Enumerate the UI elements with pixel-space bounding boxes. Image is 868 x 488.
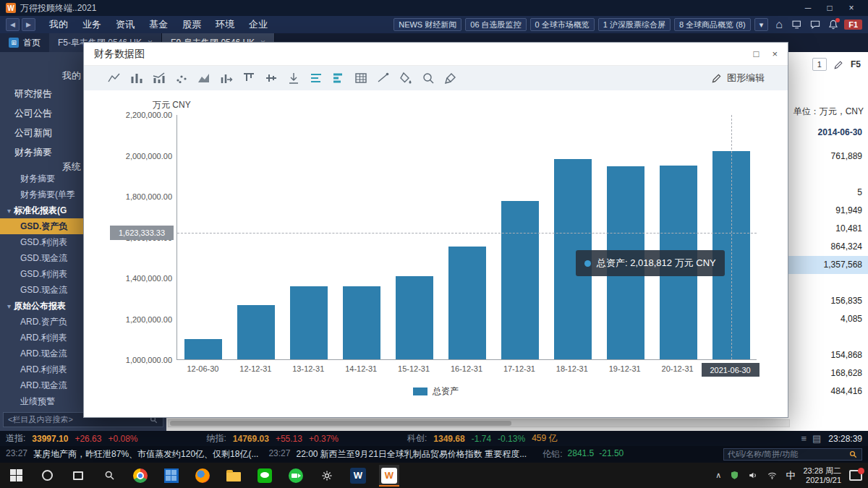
news-time: 23:27: [6, 448, 27, 461]
wind-terminal-app-icon[interactable]: W: [379, 465, 399, 487]
commodity-quote[interactable]: 伦铝: 2841.5 -21.50: [542, 448, 624, 461]
forward-icon[interactable]: ▶: [22, 18, 35, 31]
code-search-input[interactable]: 代码/名称/简拼/功能: [723, 448, 862, 461]
line-chart-icon[interactable]: [107, 71, 122, 85]
start-button[interactable]: [6, 465, 26, 487]
arrow-down-icon[interactable]: [286, 71, 301, 85]
chart-edit-button[interactable]: 图形编辑: [711, 72, 765, 85]
file-explorer-icon[interactable]: [224, 465, 244, 487]
bar-export-icon[interactable]: [219, 71, 234, 85]
bar-16-12-31[interactable]: [448, 247, 486, 359]
volume-icon[interactable]: [748, 470, 759, 481]
quick-item-4[interactable]: 8 全球商品概览 (8): [674, 18, 751, 31]
tray-expand-icon[interactable]: ∧: [715, 471, 721, 480]
f1-badge[interactable]: F1: [844, 20, 862, 30]
bar-12-12-31[interactable]: [237, 305, 275, 359]
tree-item-label: 财务摘要(单季: [20, 189, 75, 200]
scatter-chart-icon[interactable]: [174, 71, 189, 85]
video-app-icon[interactable]: [286, 465, 306, 487]
horizontal-scrollbar[interactable]: [168, 419, 790, 427]
menu-item-业务[interactable]: 业务: [75, 16, 109, 33]
edit-monitor-icon[interactable]: [790, 17, 804, 32]
back-icon[interactable]: ◀: [6, 18, 20, 31]
y-axis-label: 1,200,000.00: [90, 315, 172, 324]
quick-item-1[interactable]: 06 自选股监控: [465, 18, 526, 31]
dropdown-chevron-icon[interactable]: ▾: [754, 18, 769, 31]
chart-toolbar: 图形编辑: [84, 66, 788, 90]
dialog-titlebar: 财务数据图 □ ×: [84, 43, 788, 66]
close-icon[interactable]: ×: [841, 0, 862, 16]
action-center-icon[interactable]: [849, 470, 862, 481]
maximize-icon[interactable]: □: [819, 0, 841, 16]
dialog-maximize-icon[interactable]: □: [754, 48, 760, 59]
index-quote-科创[interactable]: 科创:1349.68-1.74-0.13%459 亿: [407, 432, 557, 445]
menu-item-股票[interactable]: 股票: [175, 16, 208, 33]
quote-name: 伦铝:: [542, 448, 562, 461]
taskbar-clock[interactable]: 23:28 周二 2021/9/21: [803, 466, 841, 485]
taskbar-search-icon[interactable]: [99, 465, 119, 487]
ime-indicator[interactable]: 中: [786, 469, 795, 482]
news-headline[interactable]: 某房地产商，昨狂泄87%、市值蒸发约120亿、仅剩18亿(...: [33, 448, 258, 461]
table-grid-icon[interactable]: [354, 71, 368, 85]
menu-item-企业[interactable]: 企业: [242, 16, 275, 33]
bar-17-12-31[interactable]: [501, 201, 539, 359]
minimize-icon[interactable]: ─: [797, 0, 819, 16]
bell-icon[interactable]: [826, 17, 841, 32]
bar-chart-icon[interactable]: [129, 71, 144, 85]
network-icon[interactable]: [767, 470, 778, 481]
quick-item-2[interactable]: 0 全球市场概览: [530, 18, 595, 31]
hline-series-icon[interactable]: [309, 71, 323, 85]
trend-line-icon[interactable]: [376, 71, 391, 85]
align-top-icon[interactable]: [242, 71, 256, 85]
index-quote-道指[interactable]: 道指:33997.10+26.63+0.08%: [6, 432, 138, 445]
bar-13-12-31[interactable]: [290, 286, 328, 359]
news-item[interactable]: 23:2722:00 新西兰至9月21日全球乳制品贸易价格指数 重要程度...: [268, 448, 527, 461]
bar-15-12-31[interactable]: [396, 276, 433, 359]
tree-expand-icon[interactable]: ▾: [7, 302, 11, 310]
bar-12-06-30[interactable]: [184, 339, 222, 359]
page-number-badge[interactable]: 1: [812, 58, 827, 71]
index-change: +26.63: [75, 434, 101, 444]
f5-label[interactable]: F5: [851, 59, 861, 69]
scrollbar-thumb[interactable]: [170, 421, 511, 426]
hbar-series-icon[interactable]: [331, 71, 346, 85]
tab-home[interactable]: ⊞ 首页: [0, 33, 49, 52]
security-shield-icon[interactable]: [729, 470, 740, 481]
brush-icon[interactable]: [443, 71, 458, 85]
fill-color-icon[interactable]: [399, 71, 413, 85]
menu-item-我的[interactable]: 我的: [42, 16, 75, 33]
wind-app-icon[interactable]: W: [348, 465, 368, 487]
tree-item-label: ARD.利润表: [20, 364, 67, 374]
tree-expand-icon[interactable]: ▾: [7, 207, 11, 215]
area-chart-icon[interactable]: [197, 71, 211, 85]
wechat-icon[interactable]: [255, 465, 275, 487]
chat-icon[interactable]: [808, 17, 822, 32]
task-view-button[interactable]: [68, 465, 88, 487]
dialog-close-icon[interactable]: ×: [772, 48, 778, 59]
panel-icon[interactable]: ▤: [812, 433, 821, 444]
chrome-icon[interactable]: [130, 465, 150, 487]
bar-line-chart-icon[interactable]: [152, 71, 166, 85]
quick-item-3[interactable]: 1 沪深股票综合屏: [598, 18, 671, 31]
menu-item-资讯[interactable]: 资讯: [109, 16, 142, 33]
index-quote-纳指[interactable]: 纳指:14769.03+55.13+0.37%: [207, 432, 339, 445]
zoom-icon[interactable]: [421, 71, 435, 85]
news-time: 23:27: [268, 448, 290, 461]
window-title: 万得投顾终端..2021: [20, 2, 96, 14]
news-item[interactable]: 23:27某房地产商，昨狂泄87%、市值蒸发约120亿、仅剩18亿(...: [6, 448, 258, 461]
news-headline[interactable]: 22:00 新西兰至9月21日全球乳制品贸易价格指数 重要程度...: [296, 448, 527, 461]
firefox-icon[interactable]: [192, 465, 213, 487]
home-icon[interactable]: ⌂: [772, 17, 786, 32]
list-icon[interactable]: ≡: [801, 433, 807, 444]
tiles-app-icon[interactable]: [161, 465, 182, 487]
app-logo: W: [6, 3, 16, 13]
bar-14-12-31[interactable]: [343, 286, 380, 359]
settings-gear-icon[interactable]: [317, 465, 337, 487]
quick-item-0[interactable]: NEWS 财经新闻: [393, 18, 461, 31]
x-axis-label: 18-12-31: [547, 364, 597, 373]
align-middle-icon[interactable]: [264, 71, 278, 85]
menu-item-基金[interactable]: 基金: [142, 16, 175, 33]
menu-item-环境[interactable]: 环境: [208, 16, 242, 33]
sidebar-fragment-top[interactable]: 我的: [62, 69, 81, 82]
cortana-button[interactable]: [37, 465, 57, 487]
